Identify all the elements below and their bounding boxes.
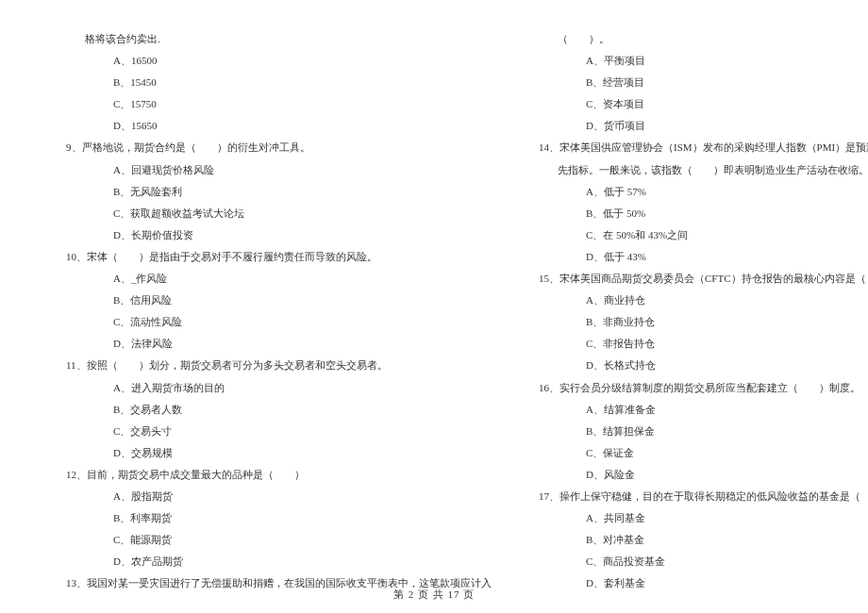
q9-opt-a: A、回避现货价格风险 [57,159,492,181]
q8-opt-b: B、15450 [57,72,492,93]
q15-opt-d: D、长格式持仓 [529,355,868,376]
q17-opt-b: B、对冲基金 [529,529,868,551]
q10-opt-b: B、信用风险 [57,290,492,311]
q13-opt-d: D、货币项目 [529,115,868,137]
q8-opt-a: A、16500 [57,50,492,72]
q13-opt-b: B、经营项目 [529,72,868,93]
q9-opt-d: D、长期价值投资 [57,224,492,246]
q13-opt-c: C、资本项目 [529,93,868,115]
column-right: （ ）。 A、平衡项目 B、经营项目 C、资本项目 D、货币项目 14、宋体美国… [529,28,868,594]
q14-stem-b: 先指标。一般来说，该指数（ ）即表明制造业生产活动在收缩。 [529,159,868,181]
q10-stem: 10、宋体（ ）是指由于交易对手不履行履约责任而导致的风险。 [57,246,492,268]
q13-tail: （ ）。 [529,28,868,50]
q10-opt-d: D、法律风险 [57,333,492,355]
q9-opt-c: C、获取超额收益考试大论坛 [57,203,492,224]
q16-opt-c: C、保证金 [529,442,868,464]
page-footer: 第 2 页 共 17 页 [0,588,868,602]
q16-stem: 16、实行会员分级结算制度的期货交易所应当配套建立（ ）制度。 [529,377,868,399]
q17-opt-c: C、商品投资基金 [529,551,868,572]
q16-opt-a: A、结算准备金 [529,399,868,421]
q14-stem-a: 14、宋体美国供应管理协会（ISM）发布的采购经理人指数（PMI）是预测经济变化… [529,137,868,158]
q11-opt-b: B、交易者人数 [57,399,492,421]
page-columns: 格将该合约卖出. A、16500 B、15450 C、15750 D、15650… [0,0,868,594]
q10-opt-a: A、_作风险 [57,268,492,290]
q9-stem: 9、严格地说，期货合约是（ ）的衍生对冲工具。 [57,137,492,158]
q15-opt-c: C、非报告持仓 [529,333,868,355]
q12-opt-c: C、能源期货 [57,529,492,551]
q13-opt-a: A、平衡项目 [529,50,868,72]
q8-opt-d: D、15650 [57,115,492,137]
q11-stem: 11、按照（ ）划分，期货交易者可分为多头交易者和空头交易者。 [57,355,492,376]
q11-opt-d: D、交易规模 [57,442,492,464]
q14-opt-b: B、低于 50% [529,203,868,224]
q12-opt-b: B、利率期货 [57,507,492,529]
q10-opt-c: C、流动性风险 [57,311,492,333]
q14-opt-a: A、低于 57% [529,181,868,203]
q17-opt-a: A、共同基金 [529,507,868,529]
q14-opt-c: C、在 50%和 43%之间 [529,224,868,246]
q16-opt-d: D、风险金 [529,464,868,486]
q14-opt-d: D、低于 43% [529,246,868,268]
q16-opt-b: B、结算担保金 [529,421,868,442]
q8-fragment: 格将该合约卖出. [57,28,492,50]
q8-opt-c: C、15750 [57,93,492,115]
q17-stem: 17、操作上保守稳健，目的在于取得长期稳定的低风险收益的基金是（ ） [529,486,868,507]
q11-opt-c: C、交易头寸 [57,421,492,442]
q9-opt-b: B、无风险套利 [57,181,492,203]
q15-opt-b: B、非商业持仓 [529,311,868,333]
q11-opt-a: A、进入期货市场的目的 [57,377,492,399]
q12-opt-a: A、股指期货 [57,486,492,507]
q15-opt-a: A、商业持仓 [529,290,868,311]
q15-stem: 15、宋体美国商品期货交易委员会（CFTC）持仓报告的最核心内容是（ ） [529,268,868,290]
q12-opt-d: D、农产品期货 [57,551,492,572]
q12-stem: 12、目前，期货交易中成交量最大的品种是（ ） [57,464,492,486]
column-left: 格将该合约卖出. A、16500 B、15450 C、15750 D、15650… [57,28,492,594]
